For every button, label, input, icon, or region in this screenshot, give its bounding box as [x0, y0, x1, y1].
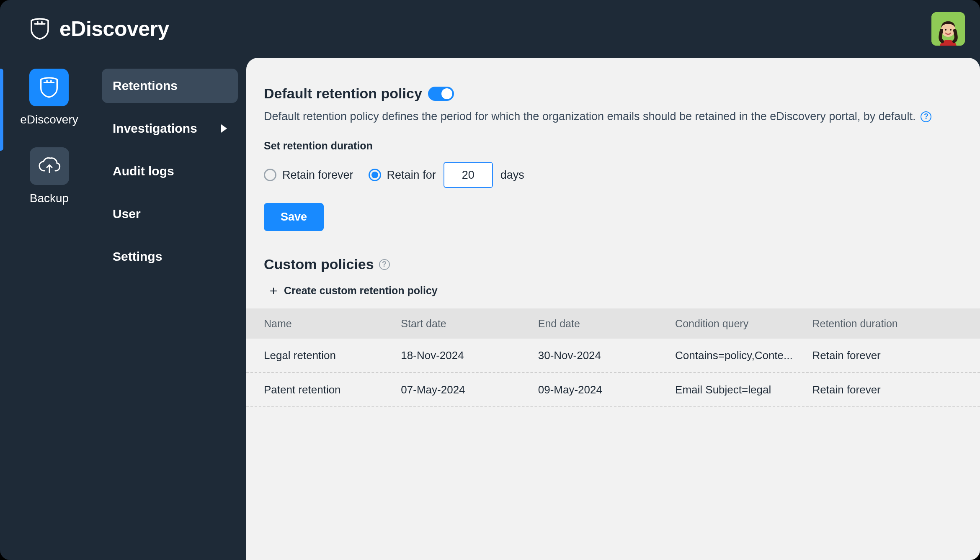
col-condition-query: Condition query	[675, 318, 812, 330]
main-content: Default retention policy Default retenti…	[246, 58, 980, 560]
plus-icon: ＋	[267, 284, 280, 297]
sidebar-item-investigations[interactable]: Investigations	[102, 111, 238, 146]
cell-end: 30-Nov-2024	[538, 349, 675, 362]
cell-duration: Retain forever	[812, 349, 962, 362]
default-policy-header: Default retention policy	[264, 85, 962, 102]
app-window: eDiscovery	[0, 0, 980, 560]
cell-end: 09-May-2024	[538, 383, 675, 396]
table-header: Name Start date End date Condition query…	[246, 308, 980, 339]
sidebar-item-label: Settings	[113, 249, 162, 264]
rail-label: Backup	[30, 192, 69, 205]
brand-title: eDiscovery	[59, 17, 169, 41]
sidebar-item-label: Retentions	[113, 79, 178, 93]
table-row[interactable]: Legal retention 18-Nov-2024 30-Nov-2024 …	[246, 339, 980, 373]
help-icon[interactable]: ?	[921, 111, 931, 122]
retain-for-label: Retain for	[387, 169, 436, 182]
sidebar-item-retentions[interactable]: Retentions	[102, 69, 238, 103]
cell-name: Patent retention	[264, 383, 401, 396]
cell-start: 07-May-2024	[401, 383, 538, 396]
set-duration-heading: Set retention duration	[264, 140, 962, 152]
col-start-date: Start date	[401, 318, 538, 330]
custom-policies-header: Custom policies ?	[264, 256, 962, 272]
col-name: Name	[264, 318, 401, 330]
primary-nav-rail: eDiscovery Backup	[0, 58, 98, 560]
secondary-sidebar: Retentions Investigations Audit logs Use…	[98, 58, 246, 560]
cell-query: Email Subject=legal	[675, 383, 812, 396]
save-button[interactable]: Save	[264, 203, 324, 231]
table-row[interactable]: Patent retention 07-May-2024 09-May-2024…	[246, 373, 980, 407]
col-retention-duration: Retention duration	[812, 318, 962, 330]
policy-toggle[interactable]	[428, 87, 454, 101]
cell-duration: Retain forever	[812, 383, 962, 396]
default-policy-title: Default retention policy	[264, 85, 422, 102]
sidebar-item-audit-logs[interactable]: Audit logs	[102, 154, 238, 188]
retain-for-radio[interactable]: Retain for	[369, 169, 436, 182]
rail-item-backup[interactable]: Backup	[30, 147, 69, 205]
body: eDiscovery Backup Retentions Inves	[0, 58, 980, 560]
sidebar-item-settings[interactable]: Settings	[102, 239, 238, 274]
default-policy-description-row: Default retention policy defines the per…	[264, 110, 962, 123]
default-policy-description: Default retention policy defines the per…	[264, 110, 916, 123]
retain-for-option: Retain for days	[369, 162, 524, 188]
user-avatar[interactable]	[931, 12, 965, 46]
sidebar-item-user[interactable]: User	[102, 197, 238, 231]
ediscovery-icon	[29, 69, 69, 106]
cell-query: Contains=policy,Conte...	[675, 349, 812, 362]
chevron-right-icon	[221, 124, 227, 133]
backup-icon	[30, 147, 69, 185]
retain-forever-option[interactable]: Retain forever	[264, 169, 353, 182]
brand: eDiscovery	[29, 17, 169, 41]
sidebar-item-label: User	[113, 207, 141, 221]
topbar: eDiscovery	[0, 0, 980, 58]
custom-policies-table: Name Start date End date Condition query…	[246, 308, 980, 407]
svg-point-2	[945, 29, 946, 31]
rail-active-indicator	[0, 69, 3, 151]
create-custom-policy-button[interactable]: ＋ Create custom retention policy	[264, 284, 962, 297]
svg-point-3	[950, 29, 952, 31]
sidebar-item-label: Investigations	[113, 121, 197, 136]
custom-policies-title: Custom policies	[264, 256, 374, 272]
create-custom-policy-label: Create custom retention policy	[284, 285, 438, 297]
ediscovery-logo-icon	[29, 17, 50, 41]
sidebar-item-label: Audit logs	[113, 164, 174, 178]
retain-days-input[interactable]	[444, 162, 493, 188]
radio-icon	[264, 169, 276, 181]
radio-icon	[369, 169, 381, 181]
rail-label: eDiscovery	[20, 113, 78, 126]
cell-name: Legal retention	[264, 349, 401, 362]
col-end-date: End date	[538, 318, 675, 330]
rail-item-ediscovery[interactable]: eDiscovery	[20, 69, 78, 126]
retain-forever-label: Retain forever	[282, 169, 353, 182]
cell-start: 18-Nov-2024	[401, 349, 538, 362]
help-icon[interactable]: ?	[379, 259, 390, 270]
days-suffix: days	[500, 169, 524, 182]
retention-radio-group: Retain forever Retain for days	[264, 162, 962, 188]
